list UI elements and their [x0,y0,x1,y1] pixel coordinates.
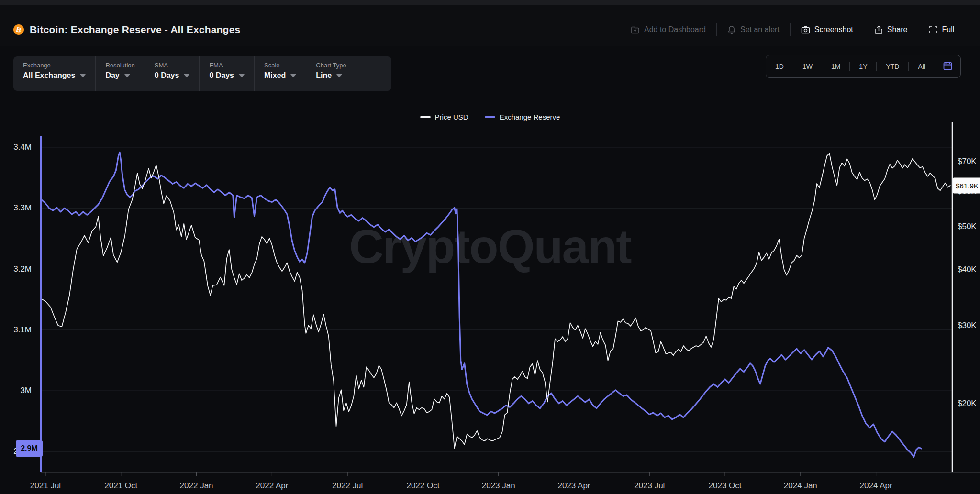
price-series-line [41,154,950,449]
reserve-series-line [41,152,921,457]
chart-pane[interactable] [0,0,980,494]
reserve-current-value-badge: 2.9M [16,440,43,457]
app-window: B Bitcoin: Exchange Reserve - All Exchan… [0,0,980,494]
price-current-value-badge: $61.9K [953,177,980,193]
